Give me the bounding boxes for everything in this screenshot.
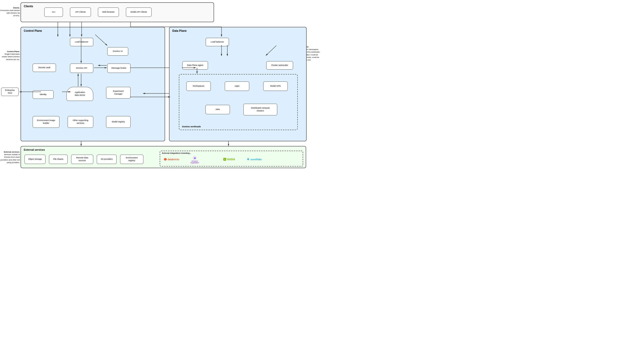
web-browser-box: Web browser <box>98 8 119 17</box>
ext-integrations-label: External integrations including... <box>162 152 191 154</box>
control-plane-section: Control Plane Load balancer Domino UI Do… <box>20 27 165 141</box>
enterprise-sso-box: Enterprise SSO <box>1 88 19 96</box>
jobs-box: Jobs <box>206 105 230 114</box>
identity-box: Identity <box>33 90 54 99</box>
experiment-manager-box: Experiment manager <box>106 87 130 99</box>
env-image-builder-box: Environment image builder <box>33 116 60 128</box>
dp-load-balancer: Load balancer <box>206 38 229 46</box>
object-storage-box: Object storage <box>24 155 46 164</box>
clients-section: Clients CLI API Clients Web browser Mode… <box>20 2 214 22</box>
env-registry-box: Environment registry <box>120 155 144 164</box>
distributed-compute-box: Distributed compute clusters <box>244 104 277 115</box>
control-plane-label: Control Plane <box>24 29 42 33</box>
domino-workloads-label: Domino workloads <box>182 125 201 128</box>
app-data-stores-box: Application data stores <box>66 87 93 101</box>
databricks-logo: databricks <box>164 158 179 161</box>
svg-text:N: N <box>224 158 225 160</box>
remote-data-box: Remote data sources <box>71 155 93 164</box>
domino-workloads-container: Workspaces Apps Model APIs Jobs Distribu… <box>179 74 298 130</box>
external-services-label: External services <box>24 148 45 151</box>
cp-load-balancer: Load balancer <box>70 38 93 46</box>
other-supporting-box: Other supporting services <box>68 116 93 128</box>
snowflake-logo: ❄ snowflake <box>246 158 262 161</box>
model-api-clients-box: Model API Clients <box>126 8 152 17</box>
svg-text:❄: ❄ <box>247 158 249 161</box>
model-registry-box: Model registry <box>106 116 130 128</box>
external-section: External services Object storage File sh… <box>20 146 306 168</box>
api-clients-box: API Clients <box>70 8 91 17</box>
model-apis-box: Model APIs <box>263 82 288 91</box>
nvidia-logo: N NVIDIA <box>223 158 235 161</box>
ext-services-annotation: External services: Services outside of D… <box>0 151 20 164</box>
svg-marker-0 <box>164 158 167 161</box>
ext-integrations-container: External integrations including... datab… <box>160 151 303 166</box>
secrets-vault-box: Secrets vault <box>33 64 56 72</box>
svg-text:⬟: ⬟ <box>194 157 196 159</box>
clients-label: Clients <box>24 5 33 8</box>
control-plane-annotation: Control Plane: Single Kubernetes cluster… <box>0 50 20 61</box>
data-plane-agent-box: Data Plane agent <box>182 61 208 70</box>
data-plane-label: Data Plane <box>172 29 186 33</box>
cluster-autoscaler-box: Cluster autoscaler <box>266 61 293 70</box>
domino-ui-box: Domino UI <box>107 47 128 56</box>
workspaces-box: Workspaces <box>186 82 211 91</box>
apps-box: Apps <box>225 82 249 91</box>
message-broker-box: Message broker <box>107 64 130 73</box>
clients-annotation: Clients: Consumers that interact with Do… <box>0 7 20 17</box>
domino-api-box: Domino API <box>70 64 93 73</box>
cli-box: CLI <box>44 8 63 17</box>
diagram-wrapper: Clients: Consumers that interact with Do… <box>0 0 322 169</box>
git-providers-box: Git providers <box>97 155 116 164</box>
sagemaker-logo: ⬟ Amazon SageMaker <box>190 156 199 163</box>
data-plane-section: Data Plane Load balancer Data Plane agen… <box>169 27 306 141</box>
file-shares-box: File shares <box>49 155 68 164</box>
